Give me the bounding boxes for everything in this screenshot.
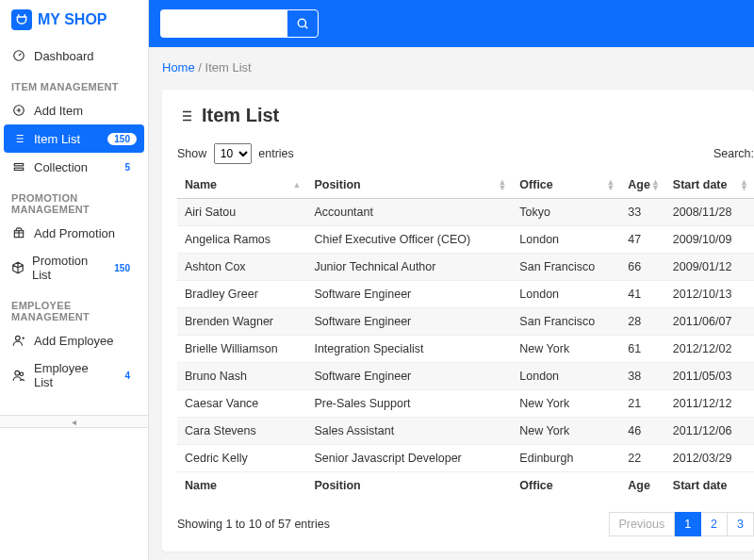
table-cell: 2012/12/02	[665, 336, 754, 363]
column-header[interactable]: Age▲▼	[620, 172, 665, 199]
table-cell: Caesar Vance	[177, 390, 306, 418]
table-cell: 2011/12/06	[665, 418, 754, 445]
table-row[interactable]: Brenden WagnerSoftware EngineerSan Franc…	[177, 308, 754, 336]
main: Home / Item List Item List Show 10 entri…	[149, 0, 754, 560]
table-cell: Pre-Sales Support	[306, 390, 512, 418]
collection-label: Collection	[34, 160, 88, 174]
table-cell: 33	[620, 199, 665, 226]
sidebar-item-collection[interactable]: Collection 5	[0, 153, 148, 181]
table-row[interactable]: Caesar VancePre-Sales SupportNew York212…	[177, 390, 754, 418]
svg-point-8	[298, 19, 305, 26]
column-header[interactable]: Office▲▼	[512, 172, 620, 199]
column-header[interactable]: Position▲▼	[306, 172, 512, 199]
column-footer: Age	[620, 472, 665, 500]
table-row[interactable]: Ashton CoxJunior Technical AuthorSan Fra…	[177, 254, 754, 281]
table-row[interactable]: Bradley GreerSoftware EngineerLondon4120…	[177, 281, 754, 308]
dashboard-label: Dashboard	[34, 49, 94, 63]
page-prev[interactable]: Previous	[609, 512, 676, 536]
table-cell: Tokyo	[512, 199, 620, 226]
table-cell: 46	[620, 418, 665, 445]
brand-text: MY SHOP	[38, 11, 107, 28]
sort-icon: ▲▼	[651, 179, 660, 190]
table-cell: London	[512, 363, 620, 390]
box-icon	[11, 260, 25, 275]
section-promo-mgmt: PROMOTION MANAGEMENT	[0, 181, 148, 219]
table-cell: Edinburgh	[512, 445, 620, 472]
promo-list-label: Promotion List	[32, 254, 100, 282]
page-size-select[interactable]: 10	[214, 143, 252, 164]
sidebar-item-item-list[interactable]: Item List 150	[4, 124, 144, 153]
table-cell: Integration Specialist	[306, 336, 512, 363]
table-info: Showing 1 to 10 of 57 entries	[177, 518, 330, 531]
table-cell: San Francisco	[512, 308, 620, 336]
emp-list-badge: 4	[118, 370, 137, 382]
sidebar-item-emp-list[interactable]: Employee List 4	[0, 354, 148, 396]
brand[interactable]: MY SHOP	[0, 9, 148, 41]
table-cell: 41	[620, 281, 665, 308]
table-cell: 66	[620, 254, 665, 281]
table-cell: 2012/10/13	[665, 281, 754, 308]
sidebar-item-add-item[interactable]: Add Item	[0, 96, 148, 124]
svg-rect-2	[14, 164, 23, 166]
column-header[interactable]: Start date▲▼	[665, 172, 754, 199]
plus-circle-icon	[11, 103, 26, 118]
table-row[interactable]: Bruno NashSoftware EngineerLondon382011/…	[177, 363, 754, 390]
search-icon	[296, 17, 309, 30]
search-control: Search:	[713, 147, 754, 160]
table-cell: Brenden Wagner	[177, 308, 306, 336]
table-row[interactable]: Angelica RamosChief Executive Officer (C…	[177, 226, 754, 254]
sidebar-collapse-handle[interactable]: ◂	[0, 415, 148, 428]
gift-icon	[11, 225, 26, 240]
table-cell: 22	[620, 445, 665, 472]
collection-badge: 5	[118, 161, 137, 173]
table-cell: Cara Stevens	[177, 418, 306, 445]
list-icon	[11, 131, 26, 146]
sort-icon: ▲▼	[740, 179, 748, 190]
table-row[interactable]: Brielle WilliamsonIntegration Specialist…	[177, 336, 754, 363]
table-cell: 61	[620, 336, 665, 363]
search-input[interactable]	[160, 9, 287, 38]
table-cell: 47	[620, 226, 665, 254]
table-cell: New York	[512, 336, 620, 363]
table-cell: 2012/03/29	[665, 445, 754, 472]
table-cell: New York	[512, 418, 620, 445]
column-header[interactable]: Name▲	[177, 172, 306, 199]
search-button[interactable]	[287, 9, 319, 38]
table-cell: 21	[620, 390, 665, 418]
emp-list-label: Employee List	[34, 361, 110, 389]
breadcrumb: Home / Item List	[162, 60, 754, 74]
pagination: Previous123	[609, 512, 755, 536]
table-row[interactable]: Airi SatouAccountantTokyo332008/11/28	[177, 199, 754, 226]
table-cell: London	[512, 281, 620, 308]
topbar	[149, 0, 754, 47]
page-number[interactable]: 1	[675, 512, 701, 536]
user-plus-icon	[11, 333, 26, 348]
table-row[interactable]: Cara StevensSales AssistantNew York46201…	[177, 418, 754, 445]
sidebar-item-promo-list[interactable]: Promotion List 150	[0, 247, 148, 288]
table-cell: Software Engineer	[306, 308, 512, 336]
table-cell: Sales Assistant	[306, 418, 512, 445]
table-cell: Accountant	[306, 199, 512, 226]
table-cell: 2009/01/12	[665, 254, 754, 281]
table-cell: 2008/11/28	[665, 199, 754, 226]
table-row[interactable]: Cedric KellySenior Javascript DeveloperE…	[177, 445, 754, 472]
add-item-label: Add Item	[34, 104, 83, 118]
column-footer: Name	[177, 472, 306, 500]
item-list-badge: 150	[107, 133, 137, 145]
table-cell: 2011/06/07	[665, 308, 754, 336]
shop-icon	[11, 9, 32, 30]
page-number[interactable]: 3	[728, 512, 754, 536]
sidebar-item-add-promo[interactable]: Add Promotion	[0, 219, 148, 247]
sidebar-item-dashboard[interactable]: Dashboard	[0, 41, 148, 70]
sidebar-item-add-emp[interactable]: Add Employee	[0, 326, 148, 354]
table-cell: Airi Satou	[177, 199, 306, 226]
breadcrumb-home[interactable]: Home	[162, 60, 195, 74]
add-emp-label: Add Employee	[34, 334, 114, 348]
section-item-mgmt: ITEM MANAGEMENT	[0, 70, 148, 96]
users-icon	[11, 368, 26, 383]
column-footer: Start date	[665, 472, 754, 500]
collection-icon	[11, 159, 26, 174]
sort-icon: ▲▼	[498, 179, 506, 190]
page-number[interactable]: 2	[701, 512, 728, 536]
table-cell: 2011/05/03	[665, 363, 754, 390]
